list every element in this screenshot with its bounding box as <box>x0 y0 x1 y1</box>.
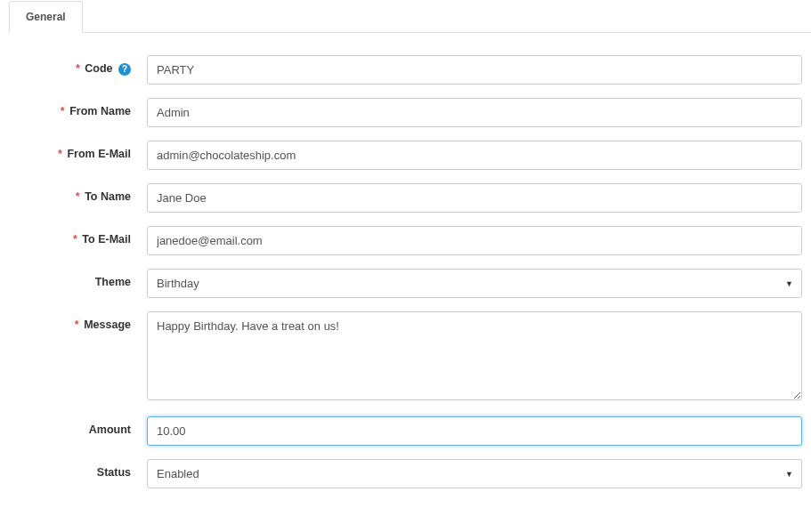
label-theme: Theme <box>9 269 147 288</box>
label-from-name: * From Name <box>9 98 147 117</box>
label-amount-text: Amount <box>89 423 131 436</box>
required-mark: * <box>75 318 79 331</box>
row-from-name: * From Name <box>9 98 802 127</box>
label-status-text: Status <box>97 466 131 479</box>
row-code: * Code ? <box>9 55 802 85</box>
general-form: * Code ? * From Name * From E-Mail * To … <box>0 33 811 511</box>
required-mark: * <box>73 233 77 246</box>
label-to-email-text: To E-Mail <box>82 233 131 246</box>
row-theme: Theme Birthday <box>9 269 802 298</box>
message-textarea[interactable]: Happy Birthday. Have a treat on us! <box>147 311 802 400</box>
theme-select-wrapper: Birthday <box>147 269 802 298</box>
label-code: * Code ? <box>9 55 147 76</box>
row-to-name: * To Name <box>9 183 802 213</box>
from-email-input[interactable] <box>147 141 802 170</box>
amount-input[interactable] <box>147 416 802 446</box>
row-from-email: * From E-Mail <box>9 141 802 170</box>
label-from-email: * From E-Mail <box>9 141 147 160</box>
label-status: Status <box>9 459 147 479</box>
required-mark: * <box>76 190 80 203</box>
row-to-email: * To E-Mail <box>9 226 802 255</box>
label-from-name-text: From Name <box>69 105 131 117</box>
status-select-wrapper: Enabled <box>147 459 802 488</box>
label-code-text: Code <box>85 62 112 75</box>
theme-select[interactable]: Birthday <box>147 269 802 298</box>
label-amount: Amount <box>9 416 147 436</box>
help-icon[interactable]: ? <box>118 63 131 76</box>
label-theme-text: Theme <box>95 276 131 288</box>
tab-general[interactable]: General <box>9 1 83 33</box>
to-email-input[interactable] <box>147 226 802 255</box>
from-name-input[interactable] <box>147 98 802 127</box>
label-message-text: Message <box>84 318 131 331</box>
row-status: Status Enabled <box>9 459 802 488</box>
status-select[interactable]: Enabled <box>147 459 802 488</box>
row-amount: Amount <box>9 416 802 446</box>
to-name-input[interactable] <box>147 183 802 213</box>
code-input[interactable] <box>147 55 802 85</box>
label-to-email: * To E-Mail <box>9 226 147 246</box>
row-message: * Message Happy Birthday. Have a treat o… <box>9 311 802 403</box>
label-message: * Message <box>9 311 147 331</box>
required-mark: * <box>58 148 62 160</box>
required-mark: * <box>76 62 80 75</box>
tabs: General <box>9 0 811 33</box>
label-from-email-text: From E-Mail <box>67 148 131 160</box>
label-to-name: * To Name <box>9 183 147 203</box>
label-to-name-text: To Name <box>85 190 131 203</box>
required-mark: * <box>61 105 65 117</box>
